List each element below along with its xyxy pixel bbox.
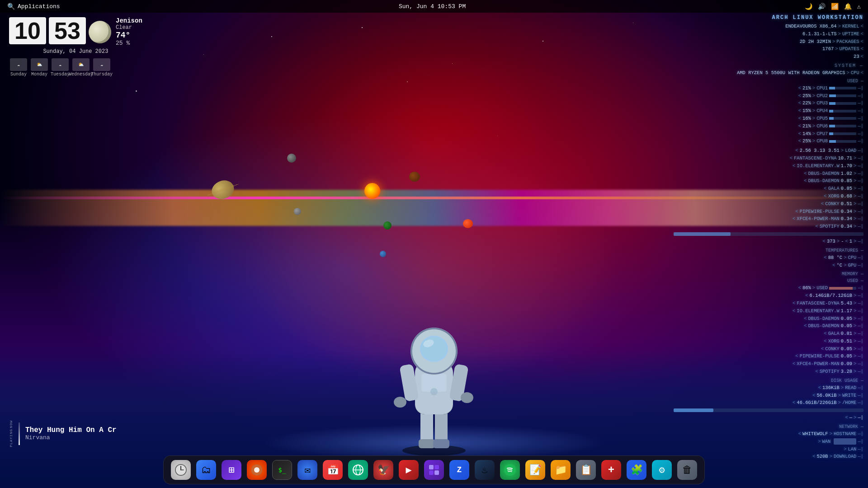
moon-phase-icon — [89, 21, 111, 43]
wifi-icon[interactable]: 📶 — [831, 3, 839, 10]
svg-point-23 — [254, 467, 259, 473]
dock-notes[interactable]: 📝 — [524, 458, 547, 482]
dock-trash[interactable]: 🗑 — [675, 458, 699, 482]
conky-cpu7: < 14% > CPU7 —| — [674, 130, 863, 138]
calendar-strip: ☁ Sunday ⛅ Monday ☁ Tuesday ⛅ Wednesday … — [9, 58, 142, 77]
now-playing: NOW PLAYING They Hung Him On A Cr Nirvan… — [9, 420, 117, 447]
dock-spotify[interactable] — [498, 458, 522, 482]
layout-app-icon: ⊞ — [222, 460, 241, 480]
conky-cpu8: < 25% > CPU8 —| — [674, 137, 863, 145]
cpu4-bar — [829, 110, 856, 113]
network-label: NETWORK — — [674, 423, 863, 430]
dock-layout[interactable]: ⊞ — [220, 458, 243, 482]
mem-gala: <GALA0.81>—| — [674, 330, 863, 338]
disk-bar — [674, 408, 863, 412]
cal-monday: ⛅ Monday — [30, 58, 49, 77]
conky-wan: > WAN —| — [674, 438, 863, 446]
dock-browser2[interactable] — [346, 458, 370, 482]
mem-dbus1: <DBUS-DAEMON0.05>—| — [674, 315, 863, 323]
topbar-center: Sun, Jun 4 10:53 PM — [399, 3, 466, 10]
conky-proc-counts: < 373 > - < 1 > —| — [674, 238, 863, 245]
cpu-model-val: AMD RYZEN 5 5500U WITH RADEON GRAPHICS — [737, 69, 845, 77]
timeshift-app-icon: + — [601, 460, 621, 480]
cal-sunday: ☁ Sunday — [9, 58, 28, 77]
cpu-used-label: USED — — [674, 78, 863, 84]
mem-spotify: <SPOTIFY3.28>—| — [674, 368, 863, 375]
customize-app-icon — [424, 460, 444, 480]
conky-hostname: < WHITEWOLF > HOSTNAME —| — [674, 430, 863, 438]
sun-weather-icon: ☁ — [10, 58, 27, 71]
svg-point-11 — [394, 397, 406, 408]
mem-io-elem: <IO.ELEMENTARY.W1.17>—| — [674, 307, 863, 315]
weather-condition: Clear — [116, 24, 142, 31]
conky-cpu3: < 22% > CPU3 —| — [674, 99, 863, 107]
dock-firefox[interactable] — [245, 458, 269, 482]
dock-zoom[interactable]: Z — [448, 458, 471, 482]
load-val: 2.56 3.13 3.51 — [800, 147, 840, 155]
dock-media[interactable]: ▶ — [397, 458, 420, 482]
download-val: 520B — [816, 453, 828, 460]
mem-amount-val: 6.14GiB/7.12GiB — [810, 292, 853, 300]
weather-temp: 74° — [116, 31, 142, 40]
star — [452, 63, 453, 64]
conky-kernel: 6.1.31-1-LTS > UPTIME < — [674, 30, 863, 38]
proc-dbus1: < DBUS-DAEMON 1.02 > —| — [674, 170, 863, 178]
conky-distro: ENDEAVOUROS X86_64 > KERNEL < — [674, 23, 863, 30]
cal-monday-label: Monday — [31, 72, 47, 77]
cpu7-bar — [829, 132, 856, 135]
tue-weather-icon: ☁ — [52, 58, 69, 71]
files-app-icon: 🗂 — [196, 460, 216, 480]
firefox-app-icon — [247, 460, 267, 480]
trash-app-icon: 🗑 — [677, 460, 697, 480]
proc-xorg: < XORG 0.68 > —| — [674, 192, 863, 200]
alert-icon[interactable]: ⚠ — [857, 3, 861, 10]
dock-customize[interactable] — [422, 458, 446, 482]
svg-rect-4 — [433, 439, 449, 448]
dock-clock[interactable] — [169, 458, 193, 482]
svg-rect-28 — [434, 465, 439, 469]
dock-calendar[interactable]: 📅 — [321, 458, 344, 482]
mem-conky: <CONKY0.05>—| — [674, 345, 863, 353]
star — [407, 81, 408, 82]
dock-addons[interactable]: 🧩 — [625, 458, 648, 482]
track-title: They Hung Him On A Cr — [25, 426, 117, 434]
proc-fantascene: < FANTASCENE-DYNA 10.71 > —| — [674, 155, 863, 162]
mem-dbus2: <DBUS-DAEMON0.05>—| — [674, 322, 863, 330]
dock-clipboard[interactable]: 📋 — [574, 458, 598, 482]
zoom-app-icon: Z — [449, 460, 469, 480]
notifications-icon[interactable]: 🔔 — [844, 3, 852, 10]
svg-rect-27 — [429, 465, 434, 469]
conky-mem-used: < 86% > USED —| — [674, 284, 863, 292]
planet-red — [463, 219, 473, 228]
dock-files[interactable]: 🗂 — [194, 458, 218, 482]
volume-icon[interactable]: 🔊 — [818, 3, 826, 10]
dock-email[interactable]: ✉ — [296, 458, 319, 482]
dock-filemanager[interactable]: 📁 — [549, 458, 572, 482]
filemanager-app-icon: 📁 — [551, 460, 571, 480]
dock-timeshift[interactable]: + — [599, 458, 623, 482]
thu-weather-icon: ☁ — [93, 58, 110, 71]
apps-label[interactable]: Applications — [18, 3, 60, 10]
conky-lan: > LAN —| — [674, 446, 863, 453]
conky-packages: 1767 > UPDATES < — [674, 45, 863, 53]
disk-read-val: 136KiB — [822, 384, 840, 392]
dock-toggle[interactable]: ⚙ — [650, 458, 674, 482]
proc-xfce4: < XFCE4-POWER-MAN 0.34 > —| — [674, 215, 863, 223]
email-app-icon: ✉ — [297, 460, 317, 480]
cpu1-bar — [829, 87, 856, 89]
playing-label: PLAYING — [9, 429, 13, 447]
location-name: Jenison — [116, 17, 142, 24]
dock-garuda[interactable]: 🦅 — [372, 458, 395, 482]
conky-title: ARCH LINUX WORKSTATION — [674, 14, 863, 22]
proc-conky: < CONKY 0.51 > —| — [674, 200, 863, 208]
garuda-app-icon: 🦅 — [373, 460, 393, 480]
conky-cpu6: < 21% > CPU6 —| — [674, 122, 863, 130]
addons-app-icon: 🧩 — [627, 460, 646, 480]
dock-steam[interactable]: ♨ — [473, 458, 496, 482]
packages-val: 1767 — [822, 45, 834, 53]
dock-terminal[interactable]: $_ — [270, 458, 294, 482]
conky-cpu2: < 25% > CPU2 —| — [674, 92, 863, 100]
now-playing-info: They Hung Him On A Cr Nirvana — [25, 426, 117, 441]
conky-disk-read: < 136KiB > READ —| — [674, 384, 863, 392]
moon-icon[interactable]: 🌙 — [805, 3, 812, 10]
